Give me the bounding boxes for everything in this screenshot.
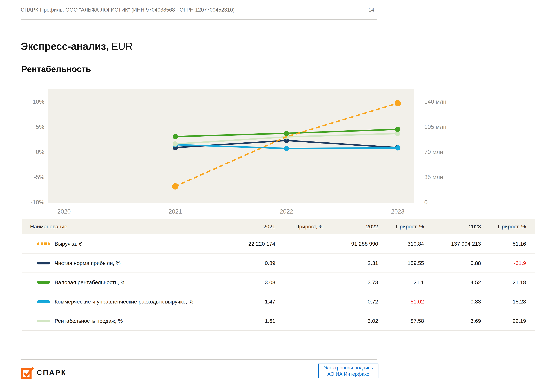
- value-cell: 3.69: [424, 318, 481, 324]
- series-point-gross-margin: [395, 127, 400, 132]
- spark-logo: СПАРК: [21, 366, 66, 379]
- row-label: Чистая норма прибыли, %: [22, 260, 228, 266]
- section-title: Рентабельность: [22, 64, 91, 74]
- y-axis-tick-left: 0%: [36, 148, 44, 156]
- row-label-text: Коммерческие и управленческие расходы к …: [55, 299, 193, 305]
- column-header: 2022: [323, 223, 378, 230]
- value-cell: 1.47: [228, 299, 275, 305]
- value-cell: 51.16: [481, 241, 526, 247]
- value-cell: 3.08: [228, 279, 275, 285]
- y-axis-tick-right: 35 млн: [424, 173, 443, 181]
- series-point-gross-margin: [173, 134, 178, 139]
- spark-check-icon: [21, 366, 34, 379]
- series-point-return-on-sales: [173, 141, 178, 147]
- page-title-main: Экспресс-анализ,: [21, 41, 109, 52]
- page-title: Экспресс-анализ,EUR: [21, 41, 133, 52]
- x-axis-tick: 2022: [272, 207, 301, 215]
- column-header: Наименование: [22, 223, 228, 230]
- value-cell: 4.52: [424, 279, 481, 285]
- value-cell: -61.9: [481, 260, 526, 266]
- table-header: Наименование2021Прирост, %2022Прирост, %…: [22, 219, 535, 234]
- value-cell: 21.1: [378, 279, 424, 285]
- table-row: Коммерческие и управленческие расходы к …: [22, 292, 535, 311]
- y-axis-right: 140 млн105 млн70 млн35 млн0: [424, 89, 475, 203]
- value-cell: 159.55: [378, 260, 424, 266]
- row-label: Выручка, €: [22, 241, 228, 247]
- legend-swatch-sga-to-revenue: [37, 300, 50, 303]
- table-row: Валовая рентабельность, %3.083.7321.14.5…: [22, 273, 535, 292]
- series-point-sga-to-revenue: [284, 146, 289, 151]
- header-divider: [21, 19, 377, 20]
- value-cell: 0.89: [228, 260, 275, 266]
- y-axis-tick-left: 10%: [33, 98, 44, 106]
- table-row: Рентабельность продаж, %1.613.0287.583.6…: [22, 311, 535, 331]
- value-cell: 0.72: [323, 299, 378, 305]
- header-title: СПАРК-Профиль: ООО "АЛЬФА-ЛОГИСТИК" (ИНН…: [21, 6, 235, 13]
- page-title-currency: EUR: [111, 41, 133, 52]
- row-label-text: Валовая рентабельность, %: [55, 279, 125, 285]
- value-cell: 310.84: [378, 241, 424, 247]
- value-cell: 87.58: [378, 318, 424, 324]
- series-point-revenue: [394, 100, 401, 106]
- row-label-text: Чистая норма прибыли, %: [55, 260, 121, 266]
- value-cell: 3.73: [323, 279, 378, 285]
- row-label: Коммерческие и управленческие расходы к …: [22, 299, 228, 305]
- value-cell: 0.83: [424, 299, 481, 305]
- y-axis-tick-right: 105 млн: [424, 123, 446, 131]
- value-cell: 22.19: [481, 318, 526, 324]
- value-cell: 22 220 174: [228, 241, 275, 247]
- series-point-revenue: [172, 183, 178, 190]
- value-cell: 137 994 213: [424, 241, 481, 247]
- y-axis-tick-left: -10%: [31, 198, 44, 206]
- x-axis-tick: 2023: [384, 207, 412, 215]
- y-axis-left: 10%5%0%-5%-10%: [21, 89, 44, 203]
- value-cell: -51.02: [378, 299, 424, 305]
- y-axis-tick-left: -5%: [34, 173, 44, 181]
- row-label-text: Рентабельность продаж, %: [55, 318, 123, 324]
- column-header: 2021: [228, 223, 275, 230]
- value-cell: 21.18: [481, 279, 526, 285]
- legend-swatch-gross-margin: [37, 281, 50, 284]
- series-point-sga-to-revenue: [395, 145, 400, 150]
- y-axis-tick-right: 0: [424, 198, 428, 206]
- value-cell: 0.88: [424, 260, 481, 266]
- legend-swatch-net-profit-margin: [37, 262, 50, 264]
- row-label: Валовая рентабельность, %: [22, 279, 228, 285]
- value-cell: 2.31: [323, 260, 378, 266]
- signature-button[interactable]: Электронная подпись АО ИА Интерфакс: [318, 363, 379, 378]
- value-cell: 1.61: [228, 318, 275, 324]
- chart-plot-area: [48, 89, 414, 203]
- column-header: Прирост, %: [275, 223, 323, 230]
- row-label: Рентабельность продаж, %: [22, 318, 228, 324]
- profitability-table: Наименование2021Прирост, %2022Прирост, %…: [22, 219, 535, 331]
- row-label-text: Выручка, €: [55, 241, 82, 247]
- value-cell: 3.02: [323, 318, 378, 324]
- legend-swatch-revenue: [37, 242, 50, 245]
- y-axis-tick-right: 70 млн: [424, 148, 443, 156]
- y-axis-tick-right: 140 млн: [424, 98, 446, 106]
- value-cell: 15.28: [481, 299, 526, 305]
- y-axis-tick-left: 5%: [36, 123, 44, 131]
- signature-button-line2: АО ИА Интерфакс: [327, 371, 369, 377]
- legend-swatch-return-on-sales: [37, 320, 50, 322]
- table-row: Выручка, €22 220 17491 288 990310.84137 …: [22, 234, 535, 254]
- series-point-gross-margin: [284, 131, 289, 136]
- column-header: 2023: [424, 223, 481, 230]
- profitability-chart: 10%5%0%-5%-10% 140 млн105 млн70 млн35 мл…: [21, 89, 476, 217]
- table-body: Выручка, €22 220 17491 288 990310.84137 …: [22, 234, 535, 331]
- page-number: 14: [348, 6, 374, 13]
- table-row: Чистая норма прибыли, %0.892.31159.550.8…: [22, 254, 535, 273]
- spark-logo-text: СПАРК: [37, 368, 66, 377]
- x-axis-tick: 2020: [50, 207, 78, 215]
- footer-divider: [21, 359, 377, 360]
- column-header: Прирост, %: [481, 223, 526, 230]
- value-cell: 91 288 990: [323, 241, 378, 247]
- x-axis-tick: 2021: [161, 207, 190, 215]
- chart-canvas: [48, 89, 414, 203]
- signature-button-line1: Электронная подпись: [323, 365, 373, 371]
- column-header: Прирост, %: [378, 223, 424, 230]
